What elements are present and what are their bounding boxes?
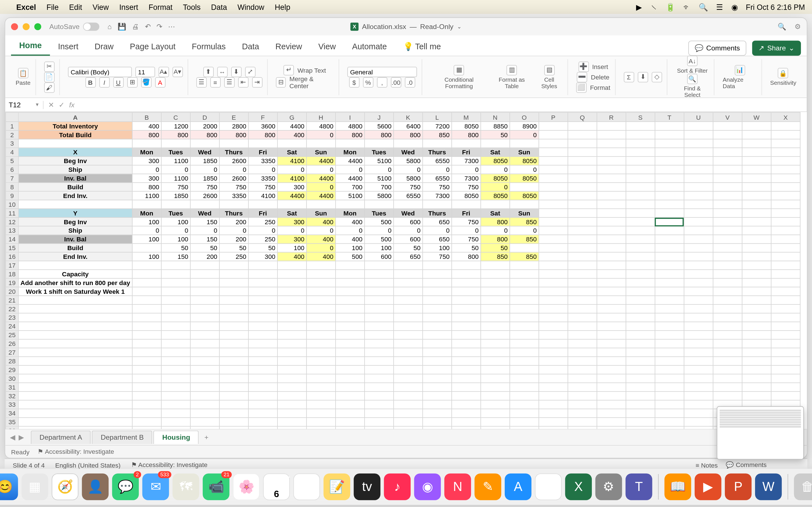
cell-C21[interactable] [161,296,190,304]
prev-sheet-icon[interactable]: ◀ [10,433,15,441]
cell-G3[interactable] [277,139,306,148]
cell-B30[interactable] [132,374,161,383]
chevron-down-icon[interactable]: ⌄ [457,24,462,30]
cell-R25[interactable] [597,330,626,339]
cell-I1[interactable]: 4800 [335,122,364,130]
cell-P28[interactable] [539,356,567,365]
cell-K29[interactable] [393,365,422,374]
cell-O25[interactable] [509,330,539,339]
cell-B21[interactable] [132,296,161,304]
cell-S25[interactable] [626,330,655,339]
cell-R36[interactable] [597,426,626,429]
cell-Q9[interactable] [567,191,597,200]
cell-F31[interactable] [248,383,277,392]
cell-F2[interactable]: 800 [248,130,277,139]
cell-A9[interactable]: End Inv. [18,191,132,200]
cell-E30[interactable] [219,374,248,383]
cell-G18[interactable] [277,270,306,278]
cell-Q28[interactable] [567,356,597,365]
tab-view[interactable]: View [310,37,344,56]
col-header-I[interactable]: I [335,112,364,122]
col-header-A[interactable]: A [18,112,132,122]
cell-B9[interactable]: 1100 [132,191,161,200]
cell-N25[interactable] [480,330,509,339]
cell-S5[interactable] [626,156,655,165]
cell-A8[interactable]: Build [18,182,132,191]
col-header-G[interactable]: G [277,112,306,122]
cell-R32[interactable] [597,391,626,400]
cell-T5[interactable] [655,156,684,165]
cell-P32[interactable] [539,391,567,400]
cell-P36[interactable] [539,426,567,429]
cell-W17[interactable] [742,261,771,270]
cell-D12[interactable]: 150 [190,217,219,226]
cell-G26[interactable] [277,339,306,348]
tool-icon[interactable]: ⟍ [650,3,658,11]
cell-E35[interactable] [219,417,248,426]
cell-C33[interactable] [161,400,190,409]
cell-R34[interactable] [597,409,626,417]
cell-U31[interactable] [684,383,713,392]
cell-O18[interactable] [509,270,539,278]
cell-G12[interactable]: 300 [277,217,306,226]
dock-teams-icon[interactable]: T [626,473,652,500]
cell-U28[interactable] [684,356,713,365]
cell-F14[interactable]: 250 [248,235,277,243]
cell-C18[interactable] [161,270,190,278]
cell-E19[interactable] [219,278,248,287]
cell-D23[interactable] [190,313,219,322]
cell-M4[interactable]: Fri [451,148,480,156]
cell-D24[interactable] [190,322,219,330]
cell-E5[interactable]: 2600 [219,156,248,165]
orientation-icon[interactable]: ⤢ [245,66,255,77]
cell-J13[interactable]: 0 [364,226,393,235]
cell-J33[interactable] [364,400,393,409]
cell-O35[interactable] [509,417,539,426]
cell-W26[interactable] [742,339,771,348]
cell-B29[interactable] [132,365,161,374]
cell-M12[interactable]: 750 [451,217,480,226]
cell-M19[interactable] [451,278,480,287]
cell-G36[interactable] [277,426,306,429]
cell-C4[interactable]: Tues [161,148,190,156]
cell-H32[interactable] [306,391,335,400]
cell-V4[interactable] [713,148,742,156]
cell-L12[interactable]: 650 [422,217,451,226]
save-icon[interactable]: 💾 [117,22,126,31]
cell-P3[interactable] [539,139,567,148]
cell-B11[interactable]: Mon [132,209,161,217]
cell-W4[interactable] [742,148,771,156]
cell-E28[interactable] [219,356,248,365]
cell-R14[interactable] [597,235,626,243]
cell-V16[interactable] [713,252,742,261]
cell-L34[interactable] [422,409,451,417]
cell-T35[interactable] [655,417,684,426]
dock-books-icon[interactable]: 📖 [665,473,691,500]
cell-W5[interactable] [742,156,771,165]
cell-Q25[interactable] [567,330,597,339]
cell-V32[interactable] [713,391,742,400]
cell-R13[interactable] [597,226,626,235]
cell-R24[interactable] [597,322,626,330]
cell-K1[interactable]: 6400 [393,122,422,130]
cell-B24[interactable] [132,322,161,330]
cell-E21[interactable] [219,296,248,304]
row-header-25[interactable]: 25 [6,330,18,339]
cell-R30[interactable] [597,374,626,383]
cell-S35[interactable] [626,417,655,426]
cell-L29[interactable] [422,365,451,374]
cell-U8[interactable] [684,182,713,191]
cell-X17[interactable] [771,261,800,270]
cell-Q11[interactable] [567,209,597,217]
cell-J19[interactable] [364,278,393,287]
cell-H6[interactable]: 0 [306,165,335,174]
cell-L19[interactable] [422,278,451,287]
cell-S4[interactable] [626,148,655,156]
cell-V5[interactable] [713,156,742,165]
cell-N24[interactable] [480,322,509,330]
cell-R21[interactable] [597,296,626,304]
align-bottom-icon[interactable]: ⬇ [231,66,241,77]
cell-F8[interactable]: 750 [248,182,277,191]
cell-V10[interactable] [713,200,742,209]
cell-M13[interactable]: 0 [451,226,480,235]
